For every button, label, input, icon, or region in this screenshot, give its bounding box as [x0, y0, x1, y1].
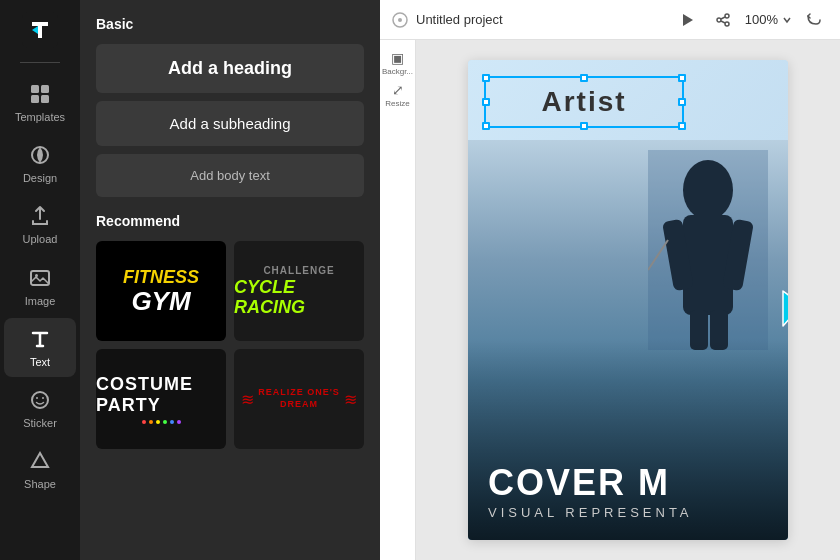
canvas-document[interactable]: Artist	[468, 60, 788, 540]
add-body-button[interactable]: Add body text	[96, 154, 364, 197]
template-costume-party[interactable]: COSTUME PARTY	[96, 349, 226, 449]
basic-section-title: Basic	[96, 16, 364, 32]
sidebar-item-shape-label: Shape	[24, 478, 56, 491]
svg-point-16	[717, 18, 721, 22]
design-icon	[27, 142, 53, 168]
sidebar-item-sticker-label: Sticker	[23, 417, 57, 430]
text-panel: Basic Add a heading Add a subheading Add…	[80, 0, 380, 560]
template-realize-dream[interactable]: ≋ REALIZE ONE'SDREAM ≋	[234, 349, 364, 449]
add-heading-button[interactable]: Add a heading	[96, 44, 364, 93]
sidebar-item-templates[interactable]: Templates	[4, 73, 76, 132]
undo-button[interactable]	[800, 6, 828, 34]
cover-overlay: COVER M VISUAL REPRESENTA	[468, 340, 788, 540]
zoom-value: 100%	[745, 12, 778, 27]
selection-handle-mr	[678, 98, 686, 106]
svg-rect-4	[41, 95, 49, 103]
selection-handle-ml	[482, 98, 490, 106]
text-icon	[27, 326, 53, 352]
recommend-section-title: Recommend	[96, 213, 364, 229]
fitness-bottom-text: GYM	[131, 288, 190, 314]
zoom-control[interactable]: 100%	[745, 12, 792, 27]
svg-marker-11	[32, 453, 48, 467]
play-button[interactable]	[673, 6, 701, 34]
realize-right-wing: ≋	[344, 390, 357, 409]
svg-line-19	[721, 21, 725, 23]
svg-point-9	[36, 397, 38, 399]
canvas-area: Untitled project 100%	[380, 0, 840, 560]
templates-icon	[27, 81, 53, 107]
sidebar-item-design[interactable]: Design	[4, 134, 76, 193]
svg-point-13	[398, 18, 402, 22]
add-subheading-button[interactable]: Add a subheading	[96, 101, 364, 146]
cover-title: COVER M	[488, 465, 768, 501]
svg-rect-6	[31, 271, 49, 285]
canvas-warning-icon	[392, 12, 408, 28]
share-button[interactable]	[709, 6, 737, 34]
realize-left-wing: ≋	[241, 390, 254, 409]
upload-icon	[27, 203, 53, 229]
sidebar-item-upload-label: Upload	[23, 233, 58, 246]
shape-icon	[27, 448, 53, 474]
sidebar-item-sticker[interactable]: Sticker	[4, 379, 76, 438]
sidebar-item-shape[interactable]: Shape	[4, 440, 76, 499]
cover-photo-area: COVER M VISUAL REPRESENTA	[468, 140, 788, 540]
cycle-bottom-text: CYCLE RACING	[234, 278, 364, 318]
person-silhouette-svg	[648, 150, 768, 350]
sticker-icon	[27, 387, 53, 413]
svg-rect-1	[31, 85, 39, 93]
svg-marker-14	[683, 14, 693, 26]
svg-rect-2	[41, 85, 49, 93]
template-grid: FITNESS GYM CHALLENGE CYCLE RACING COSTU…	[96, 241, 364, 449]
selection-handle-tm	[580, 74, 588, 82]
costume-text: COSTUME PARTY	[96, 374, 226, 416]
zoom-chevron-icon	[782, 15, 792, 25]
canvas-title: Untitled project	[416, 12, 665, 27]
selection-handle-bm	[580, 122, 588, 130]
artist-text: Artist	[541, 86, 626, 118]
canvas-toolbar: Untitled project 100%	[380, 0, 840, 40]
sidebar-item-image-label: Image	[25, 295, 56, 308]
costume-dots	[142, 420, 181, 424]
fitness-top-text: FITNESS	[123, 268, 199, 286]
template-fitness-gym[interactable]: FITNESS GYM	[96, 241, 226, 341]
svg-line-18	[721, 17, 725, 19]
svg-rect-3	[31, 95, 39, 103]
svg-point-8	[32, 392, 48, 408]
canvas-viewport[interactable]: Artist	[380, 40, 840, 560]
realize-text: REALIZE ONE'SDREAM	[258, 387, 340, 410]
sidebar-item-text[interactable]: Text	[4, 318, 76, 377]
svg-point-15	[725, 14, 729, 18]
svg-point-21	[683, 160, 733, 220]
sidebar-divider	[20, 62, 60, 63]
cover-subtitle: VISUAL REPRESENTA	[488, 505, 768, 520]
svg-point-17	[725, 22, 729, 26]
sidebar-item-templates-label: Templates	[15, 111, 65, 124]
svg-rect-22	[683, 215, 733, 315]
svg-point-10	[42, 397, 44, 399]
selection-handle-br	[678, 122, 686, 130]
sidebar-item-image[interactable]: Image	[4, 257, 76, 316]
template-cycle-racing[interactable]: CHALLENGE CYCLE RACING	[234, 241, 364, 341]
cycle-top-text: CHALLENGE	[263, 265, 334, 276]
selection-handle-tl	[482, 74, 490, 82]
sidebar-item-text-label: Text	[30, 356, 50, 369]
app-logo[interactable]	[22, 12, 58, 52]
sidebar-item-design-label: Design	[23, 172, 57, 185]
sidebar-item-upload[interactable]: Upload	[4, 195, 76, 254]
selection-handle-tr	[678, 74, 686, 82]
selection-handle-bl	[482, 122, 490, 130]
image-icon	[27, 265, 53, 291]
sidebar: Templates Design Upload Image	[0, 0, 80, 560]
artist-textbox[interactable]: Artist	[484, 76, 684, 128]
